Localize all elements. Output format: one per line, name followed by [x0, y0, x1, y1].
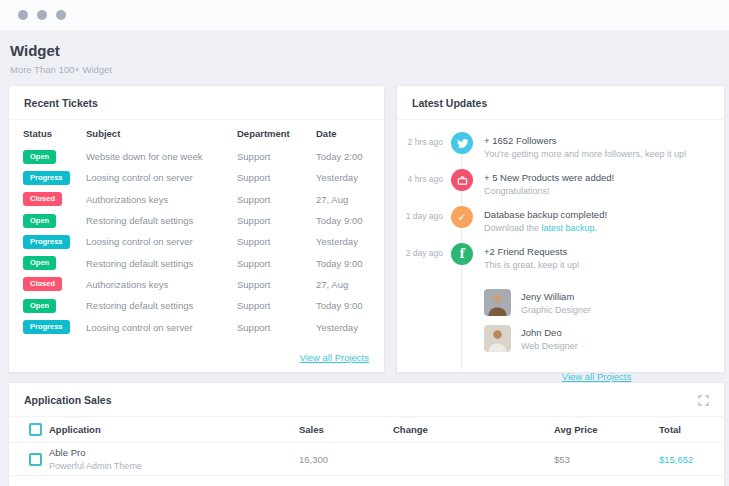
ticket-department: Support [237, 172, 316, 183]
ticket-subject: Loosing control on server [86, 322, 237, 333]
table-row: Open Restoring default settings Support … [23, 210, 370, 231]
ticket-subject: Loosing control on server [86, 236, 237, 247]
col-sales: Sales [299, 424, 393, 435]
col-status: Status [23, 128, 86, 139]
twitter-icon [451, 132, 473, 154]
window-bar [0, 0, 729, 30]
col-subject: Subject [86, 128, 237, 139]
person-name: John Deo [521, 327, 578, 338]
ticket-date: Today 2:00 [316, 151, 370, 162]
latest-updates-header: Latest Updates [397, 86, 724, 120]
app-total: $15,652 [659, 454, 704, 465]
ticket-department: Support [237, 279, 316, 290]
ticket-subject: Authorizations keys [86, 279, 237, 290]
ticket-department: Support [237, 194, 316, 205]
update-time: 2 day ago [397, 243, 443, 258]
update-title: Database backup completed! [484, 208, 607, 221]
ticket-subject: Website down for one week [86, 151, 237, 162]
ticket-date: Today 9:00 [316, 215, 370, 226]
update-desc: This is great, keep it up! [484, 258, 580, 272]
update-title: + 1652 Followers [484, 134, 687, 147]
window-dot-1[interactable] [18, 10, 28, 20]
application-sales-header: Application Sales [9, 383, 724, 417]
ticket-department: Support [237, 258, 316, 269]
list-item: 1 day ago ✓ Database backup completed! D… [397, 206, 724, 243]
status-badge: Closed [23, 277, 62, 291]
recent-tickets-header: Recent Tickets [9, 86, 384, 120]
status-badge: Progress [23, 320, 70, 334]
view-all-projects-link[interactable]: View all Projects [562, 371, 632, 382]
update-time: 4 hrs ago [397, 169, 443, 184]
ticket-department: Support [237, 322, 316, 333]
table-row: Open Restoring default settings Support … [23, 295, 370, 316]
table-row: Progress Loosing control on server Suppo… [23, 231, 370, 252]
ticket-department: Support [237, 300, 316, 311]
ticket-date: Yesterday [316, 322, 370, 333]
sales-header-row: Application Sales Change Avg Price Total [9, 417, 724, 443]
facebook-icon: f [451, 243, 473, 265]
table-row: Progress Loosing control on server Suppo… [23, 167, 370, 188]
ticket-subject: Restoring default settings [86, 300, 237, 311]
avatar [484, 325, 511, 352]
page-title: Widget [10, 42, 717, 59]
table-row: Photoshop 26,421 $35 $18,785 [9, 476, 724, 486]
list-item: 4 hrs ago + 5 New Products were added! C… [397, 169, 724, 206]
col-avg-price: Avg Price [554, 424, 659, 435]
recent-tickets-card: Recent Tickets Status Subject Department… [8, 85, 385, 373]
window-dot-2[interactable] [37, 10, 47, 20]
briefcase-icon [451, 169, 473, 191]
app-name: Able Pro [49, 447, 142, 458]
table-row: Progress Loosing control on server Suppo… [23, 316, 370, 337]
update-title: +2 Friend Requests [484, 245, 580, 258]
latest-updates-title: Latest Updates [412, 97, 487, 109]
update-time: 1 day ago [397, 206, 443, 221]
col-department: Department [237, 128, 316, 139]
application-sales-card: Application Sales Application Sales Chan… [8, 382, 725, 486]
row-checkbox[interactable] [29, 453, 42, 466]
ticket-date: 27, Aug [316, 279, 370, 290]
view-all-projects-link[interactable]: View all Projects [299, 352, 369, 363]
recent-tickets-title: Recent Tickets [24, 97, 98, 109]
page-subtitle: More Than 100+ Widget [10, 64, 717, 75]
table-row: Closed Authorizations keys Support 27, A… [23, 274, 370, 295]
update-desc: Download the latest backup. [484, 221, 607, 235]
ticket-department: Support [237, 215, 316, 226]
person-role: Web Designer [521, 341, 578, 351]
window-dot-3[interactable] [56, 10, 66, 20]
status-badge: Open [23, 150, 56, 164]
application-sales-title: Application Sales [24, 394, 112, 406]
latest-updates-card: Latest Updates 2 hrs ago + 1652 Follower… [396, 85, 725, 373]
ticket-department: Support [237, 236, 316, 247]
page-header: Widget More Than 100+ Widget [0, 30, 729, 75]
col-application: Application [49, 424, 101, 435]
update-time: 2 hrs ago [397, 132, 443, 147]
ticket-date: Yesterday [316, 172, 370, 183]
update-desc: Congratulations! [484, 184, 614, 198]
select-all-checkbox[interactable] [29, 423, 42, 436]
app-avg-price: $53 [554, 454, 659, 465]
tickets-table: Status Subject Department Date Open Webs… [9, 120, 384, 338]
timeline: 2 hrs ago + 1652 Followers You're gettin… [397, 120, 724, 384]
col-date: Date [316, 128, 370, 139]
status-badge: Open [23, 214, 56, 228]
avatar [484, 289, 511, 316]
app-subtitle: Powerful Admin Theme [49, 461, 142, 471]
check-icon: ✓ [451, 206, 473, 228]
expand-icon[interactable] [698, 395, 709, 406]
status-badge: Open [23, 256, 56, 270]
col-total: Total [659, 424, 704, 435]
status-badge: Progress [23, 235, 70, 249]
ticket-department: Support [237, 151, 316, 162]
list-item: 2 hrs ago + 1652 Followers You're gettin… [397, 132, 724, 169]
status-badge: Closed [23, 192, 62, 206]
list-item: Jeny William Graphic Designer [484, 289, 724, 316]
person-role: Graphic Designer [521, 305, 591, 315]
update-title: + 5 New Products were added! [484, 171, 614, 184]
ticket-subject: Restoring default settings [86, 215, 237, 226]
table-row: Closed Authorizations keys Support 27, A… [23, 189, 370, 210]
list-item: 2 day ago f +2 Friend Requests This is g… [397, 243, 724, 280]
col-change: Change [393, 424, 554, 435]
latest-backup-link[interactable]: latest backup. [542, 223, 598, 233]
table-row: Open Website down for one week Support T… [23, 146, 370, 167]
ticket-date: 27, Aug [316, 194, 370, 205]
